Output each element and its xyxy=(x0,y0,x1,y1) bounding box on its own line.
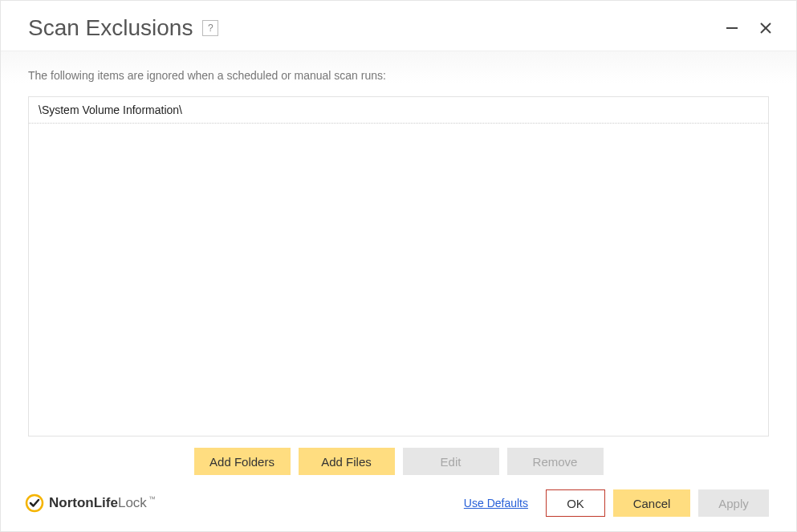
brand-part2: Life xyxy=(94,495,118,510)
description-text: The following items are ignored when a s… xyxy=(28,69,769,82)
remove-button: Remove xyxy=(507,448,604,475)
footer-actions: Use Defaults OK Cancel Apply xyxy=(464,489,769,517)
checkmark-circle-icon xyxy=(25,493,44,513)
trademark-icon: ™ xyxy=(148,495,156,503)
edit-button: Edit xyxy=(403,448,499,475)
ok-button[interactable]: OK xyxy=(546,489,605,517)
footer: NortonLifeLock™ Use Defaults OK Cancel A… xyxy=(1,481,796,531)
brand-logo: NortonLifeLock™ xyxy=(25,493,156,513)
dialog-buttons: OK Cancel Apply xyxy=(546,489,769,517)
window-controls xyxy=(724,20,774,36)
help-icon[interactable]: ? xyxy=(202,20,218,36)
dialog-window: Scan Exclusions ? The following items ar… xyxy=(0,0,797,532)
minimize-button[interactable] xyxy=(724,20,740,36)
brand-text: NortonLifeLock™ xyxy=(49,495,156,511)
titlebar: Scan Exclusions ? xyxy=(1,1,796,51)
apply-button: Apply xyxy=(698,489,769,517)
brand-part1: Norton xyxy=(49,495,94,510)
cancel-button[interactable]: Cancel xyxy=(613,489,690,517)
list-actions: Add Folders Add Files Edit Remove xyxy=(28,437,769,481)
dialog-title: Scan Exclusions xyxy=(28,15,193,41)
add-folders-button[interactable]: Add Folders xyxy=(194,448,291,475)
title-area: Scan Exclusions ? xyxy=(28,15,218,41)
use-defaults-link[interactable]: Use Defaults xyxy=(464,497,528,510)
list-item[interactable]: \System Volume Information\ xyxy=(29,97,768,124)
add-files-button[interactable]: Add Files xyxy=(299,448,395,475)
close-button[interactable] xyxy=(758,20,774,36)
exclusions-list[interactable]: \System Volume Information\ xyxy=(28,96,769,437)
content-area: The following items are ignored when a s… xyxy=(1,51,796,481)
brand-part3: Lock xyxy=(118,495,147,510)
